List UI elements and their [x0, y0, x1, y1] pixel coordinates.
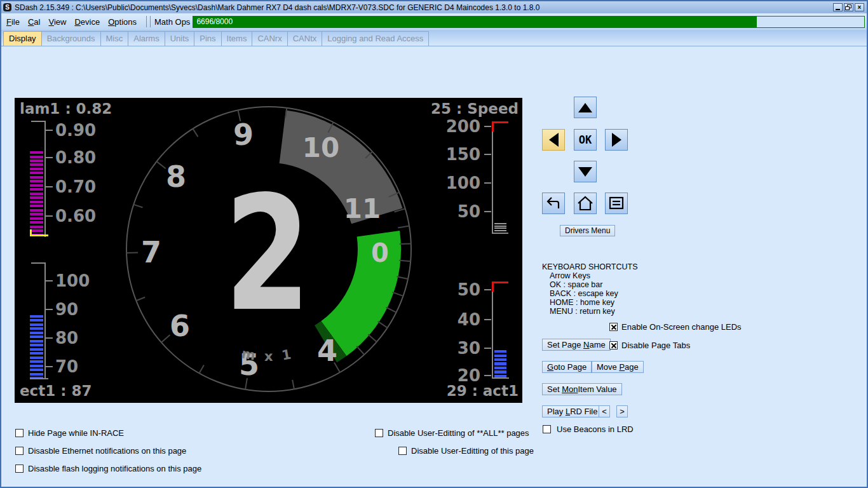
tab-alarms[interactable]: Alarms [128, 31, 165, 46]
tab-misc[interactable]: Misc [100, 31, 129, 46]
gauge-speed-axis [492, 125, 493, 234]
gauge-act1-label: 29 : act1 [447, 383, 519, 399]
dial-number: 4 [317, 334, 337, 368]
disable-flash-logging-checkbox[interactable] [15, 464, 24, 473]
menu-icon [607, 195, 625, 212]
play-lrd-file-button[interactable]: Play LRD File [542, 405, 602, 417]
restore-button[interactable] [844, 3, 853, 11]
tab-items[interactable]: Items [221, 31, 253, 46]
menu-options[interactable]: Options [108, 17, 137, 27]
hide-page-inrace-label: Hide Page while IN-RACE [28, 428, 124, 438]
gauge-speed-limit [492, 121, 508, 123]
nav-back-button[interactable] [542, 193, 565, 214]
close-button[interactable]: × [855, 3, 864, 11]
gauge-act1-tick: 40 [436, 310, 480, 329]
disable-editing-all-label: Disable User-Editting of **ALL** pages [388, 428, 529, 438]
gauge-ect1-tick: 100 [55, 271, 90, 290]
menubar: File Cal View Device Options Math Ops 66… [1, 13, 867, 30]
tabbar: Display Backgrounds Misc Alarms Units Pi… [1, 30, 867, 46]
use-beacons-label: Use Beacons in LRD [557, 424, 634, 434]
nav-menu-button[interactable] [605, 193, 628, 214]
hide-page-inrace-checkbox[interactable] [15, 429, 24, 437]
menu-view[interactable]: View [48, 17, 66, 27]
set-page-name-button[interactable]: Set Page Name [542, 339, 611, 351]
tab-pins[interactable]: Pins [194, 31, 221, 46]
nav-right-button[interactable] [605, 129, 628, 151]
disable-ethernet-checkbox[interactable] [15, 447, 24, 455]
menu-file[interactable]: File [6, 17, 20, 27]
disable-editing-page-label: Disable User-Editting of this page [411, 446, 534, 456]
gauge-act1-tick: 30 [436, 339, 480, 358]
nav-ok-button[interactable]: OK [574, 129, 597, 151]
app-window: S SDash 2.15.349 : C:\Users\Public\Docum… [0, 0, 868, 488]
gauge-speed-tick: 50 [436, 202, 480, 221]
tab-units[interactable]: Units [165, 31, 195, 46]
math-ops-progressbar: 6696/8000 [193, 16, 865, 28]
progress-fill: 6696/8000 [193, 17, 757, 27]
enable-leds-checkbox[interactable] [609, 323, 618, 331]
lrd-prev-button[interactable]: < [599, 405, 610, 417]
math-ops-label: Math Ops [154, 17, 190, 27]
tab-logging[interactable]: Logging and Read Access [322, 31, 429, 46]
down-arrow-icon [578, 167, 592, 177]
gauge-lam1-tick: 0.70 [55, 177, 96, 196]
disable-ethernet-label: Disasble Ethernet notifications on this … [28, 446, 186, 456]
nav-left-button[interactable] [542, 129, 565, 151]
lrd-next-button[interactable]: > [616, 405, 628, 417]
gauge-lam1-tick: 0.60 [55, 207, 96, 226]
ok-label: OK [579, 133, 592, 146]
gauge-speed-tick: 150 [436, 145, 480, 164]
gauge-ect1-tick: 90 [55, 300, 78, 319]
disable-page-tabs-checkbox[interactable] [609, 341, 618, 349]
minimize-icon [836, 9, 840, 10]
tab-cantx[interactable]: CANtx [287, 31, 323, 46]
menu-separator [146, 16, 151, 27]
gauge-lam1-tick: 0.80 [55, 148, 96, 167]
gauge-lam1-axis [44, 121, 46, 237]
gauge-speed-tick: 200 [436, 117, 480, 136]
gauge-lam1-bar [30, 151, 43, 234]
dial-number: 10 [302, 132, 339, 163]
gauge-speed-label: 25 : Speed [431, 100, 519, 117]
gauge-lam1-tick: 0.90 [55, 121, 96, 140]
titlebar: S SDash 2.15.349 : C:\Users\Public\Docum… [1, 1, 867, 13]
up-arrow-icon [578, 103, 592, 112]
tab-canrx[interactable]: CANrx [252, 31, 287, 46]
goto-page-button[interactable]: Goto Page [542, 361, 592, 373]
set-monitem-value-button[interactable]: Set MonItem Value [542, 383, 622, 395]
gauge-ect1-tick: 80 [55, 329, 78, 348]
gauge-ect1-label: ect1 : 87 [20, 383, 92, 399]
nav-down-button[interactable] [574, 161, 597, 182]
gauge-lam1-min-marker [30, 234, 48, 236]
disable-editing-all-checkbox[interactable] [375, 429, 383, 437]
use-beacons-checkbox[interactable] [543, 425, 551, 433]
gauge-ect1-bar [30, 315, 43, 378]
tab-backgrounds[interactable]: Backgrounds [41, 31, 101, 46]
gauge-act1-bar [494, 350, 506, 377]
dial-number: 0 [371, 238, 389, 268]
dial-number: 7 [141, 235, 161, 269]
gauge-act1-limit [492, 281, 508, 283]
menu-device[interactable]: Device [74, 17, 100, 27]
right-arrow-icon [612, 133, 621, 147]
app-icon: S [3, 3, 11, 11]
minimize-button[interactable] [833, 3, 843, 11]
menu-cal[interactable]: Cal [28, 17, 41, 27]
disable-flash-logging-label: Disasble flash logging notifications on … [28, 464, 201, 473]
tab-display[interactable]: Display [3, 31, 42, 46]
keyboard-shortcuts: KEYBOARD SHORTCUTS Arrow Keys OK : space… [542, 262, 638, 316]
drivers-menu-button[interactable]: Drivers Menu [560, 225, 615, 236]
disable-page-tabs-label: Disable Page Tabs [621, 341, 690, 350]
dial-value: 2 [224, 161, 311, 346]
restore-icon [845, 4, 852, 11]
move-page-button[interactable]: Move Page [592, 361, 644, 373]
gauge-act1-tick: 50 [436, 280, 480, 299]
window-title: SDash 2.15.349 : C:\Users\Public\Documen… [15, 3, 833, 12]
gauge-lam1-label: lam1 : 0.82 [20, 100, 112, 117]
dial-number: 9 [233, 118, 254, 152]
home-icon [576, 195, 594, 212]
gauge-speed-tick: 100 [436, 173, 480, 193]
nav-home-button[interactable] [574, 193, 597, 214]
disable-editing-page-checkbox[interactable] [398, 447, 407, 455]
nav-up-button[interactable] [574, 97, 597, 118]
